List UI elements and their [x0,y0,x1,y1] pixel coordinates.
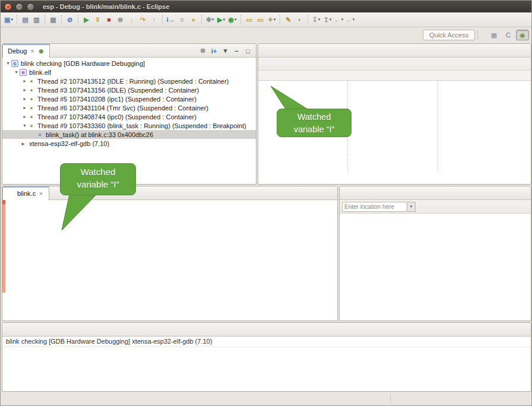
skip-all-breakpoints-icon: ⊘ [67,16,72,24]
show-full-paths-button[interactable]: » [188,15,198,25]
console-title: blink checking [GDB Hardware Debugging] … [2,337,531,347]
disconnect-button[interactable]: ⊗ [115,15,125,25]
debug-perspective-button[interactable]: ◉ [516,30,529,40]
terminate-button[interactable]: ■ [104,15,114,25]
stack-frame-row[interactable]: ≡blink_task() at blink.c:33 0x400dbc26 [2,130,256,139]
instruction-stepping-icon: i→ [166,16,175,23]
use-step-filters-icon: ≡ [180,16,183,23]
maximize-button[interactable]: □ [243,46,253,56]
tree-row[interactable]: ▾●Thread #9 1073433360 (blink_task : Run… [2,121,256,130]
cpp-perspective-button[interactable]: C [502,30,515,40]
previous-annotation-icon: ↥ [324,16,329,24]
location-dropdown-icon[interactable]: ▾ [407,202,416,212]
open-element-button[interactable]: ▭ [255,15,265,25]
minimize-button[interactable]: − [232,46,242,56]
annotations-button[interactable]: ▪ [294,15,305,25]
tree-row[interactable]: ▸●Thread #2 1073413512 (IDLE : Running) … [2,77,256,85]
tree-row-label: blink checking [GDB Hardware Debugging] [21,60,145,67]
debug-launch-button[interactable]: ✱▾ [205,15,215,25]
code-editor[interactable] [2,200,337,321]
tree-row[interactable]: ▸●Thread #6 1073431104 (Tmr Svc) (Suspen… [2,103,256,112]
disassembly-tabbar [340,186,531,200]
run-button[interactable]: ▶▾ [216,15,226,25]
expander-icon[interactable]: ▸ [21,78,28,84]
tree-row[interactable]: ▸xtensa-esp32-elf-gdb (7.10) [2,139,256,148]
step-return-icon: ↑ [153,16,156,23]
disassembly-listing[interactable] [340,214,531,321]
step-into-button[interactable]: ↓ [126,15,137,25]
thread-icon: ● [28,87,35,94]
expander-icon[interactable]: ▸ [21,105,28,110]
open-perspective-button[interactable]: ▦ [487,30,501,40]
expander-icon[interactable]: ▸ [21,96,28,102]
dropdown-arrow-icon: ▾ [341,17,344,22]
use-step-filters-button[interactable]: ≡ [177,15,187,25]
forward-button[interactable]: →▾ [345,15,355,25]
external-tools-button[interactable]: ◉▾ [227,15,238,25]
toolbar-separator [61,15,62,24]
change-bar [2,200,5,293]
view-menu-icon: ▾ [224,47,227,55]
back-icon: ← [334,16,341,23]
expander-icon[interactable]: ▸ [21,87,28,93]
resume-icon: ▶ [84,16,88,24]
build-button[interactable]: ▦ [48,15,58,25]
tree-row[interactable]: ▾eblink.elf [2,68,256,77]
resume-button[interactable]: ▶ [81,15,91,25]
thread-icon: ● [28,96,35,103]
window-minimize-button[interactable]: − [15,3,23,11]
tab-debug[interactable]: Debug × ◉ [2,44,50,58]
quick-access-button[interactable]: Quick Access [423,30,475,40]
search-button[interactable]: ✧▾ [267,15,277,25]
tree-row[interactable]: ▸●Thread #3 1073413156 (IDLE) (Suspended… [2,85,256,94]
tree-row[interactable]: ▸●Thread #5 1073410208 (ipc1) (Suspended… [2,94,256,103]
tab-blink-c-close-icon[interactable]: × [38,190,44,198]
location-input[interactable]: Enter location here [342,202,407,212]
editor-tabbar: blink.c × [2,186,337,200]
toggle-mark-occurrences-button[interactable]: ✎ [283,15,293,25]
console-view: blink checking [GDB Hardware Debugging] … [2,322,531,392]
tree-row-label: xtensa-esp32-elf-gdb (7.10) [29,140,109,147]
new-cpp-project-button[interactable]: ▭ [244,15,254,25]
instruction-stepping-mode-button[interactable]: i+ [209,46,219,56]
expander-icon[interactable]: ▾ [5,61,11,66]
disconnect-icon: ⊗ [118,16,123,24]
new-wizard-button[interactable]: ▣▾ [4,15,14,25]
tree-row-label: Thread #7 1073408744 (ipc0) (Suspended :… [37,113,197,120]
titlebar: × − □ esp - Debug - blink/main/blink.c -… [1,1,532,12]
window-maximize-button[interactable]: □ [27,3,34,11]
tree-row-label: Thread #3 1073413156 (IDLE) (Suspended :… [37,87,199,94]
suspend-button[interactable]: ‖ [93,15,103,25]
save-button[interactable]: ▤ [20,15,30,25]
tree-row-label: Thread #5 1073410208 (ipc1) (Suspended :… [37,96,197,103]
tree-row[interactable]: ▸●Thread #7 1073408744 (ipc0) (Suspended… [2,112,256,121]
new-wizard-icon: ▣ [4,16,10,24]
debug-launch-icon: ✱ [206,16,211,24]
instruction-stepping-button[interactable]: i→ [166,15,176,25]
tab-debug-close-icon[interactable]: × [29,47,35,55]
remove-all-terminated-button[interactable]: ⊗ [198,46,208,56]
view-menu-button[interactable]: ▾ [220,46,230,56]
skip-all-breakpoints-button[interactable]: ⊘ [65,15,75,25]
expander-icon[interactable]: ▾ [13,69,20,75]
toolbar-separator [162,15,163,24]
back-button[interactable]: ←▾ [334,15,344,25]
status-bar [1,392,532,406]
tree-row[interactable]: ▾cblink checking [GDB Hardware Debugging… [2,59,256,68]
remove-all-terminated-icon: ⊗ [200,47,205,55]
step-over-button[interactable]: ↷ [138,15,148,25]
thread-icon: ● [28,78,35,85]
console-output [2,347,531,392]
step-return-button[interactable]: ↑ [149,15,159,25]
toolbar-second-row: Quick Access ▦C◉ [1,27,532,43]
forward-icon: → [346,16,352,23]
previous-annotation-button[interactable]: ↥▾ [322,15,332,25]
window-close-button[interactable]: × [4,3,12,11]
expander-icon[interactable]: ▾ [21,123,28,128]
save-all-button[interactable]: ▥ [31,15,42,25]
minimize-icon: − [235,47,238,55]
tab-blink-c[interactable]: blink.c × [2,186,49,200]
tree-row-label: Thread #2 1073413512 (IDLE : Running) (S… [37,78,229,85]
next-annotation-button[interactable]: ↧▾ [311,15,321,25]
expander-icon[interactable]: ▸ [21,114,28,119]
